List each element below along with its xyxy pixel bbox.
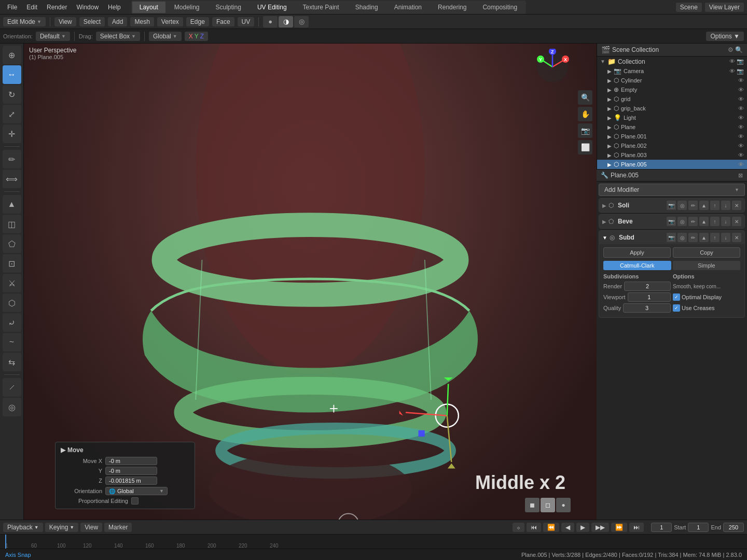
tab-uv-editing[interactable]: UV Editing	[250, 2, 295, 13]
current-frame-input[interactable]: 1	[651, 523, 672, 532]
eye-icon-plane[interactable]: 👁	[738, 124, 744, 130]
outliner-empty[interactable]: ▶ ⊕ Empty 👁	[597, 85, 747, 94]
prev-frame-btn[interactable]: ◀	[561, 523, 574, 532]
edge-slide-tool[interactable]: ⇆	[3, 353, 21, 371]
eye-icon-plane002[interactable]: 👁	[738, 143, 744, 149]
outliner-light[interactable]: ▶ 💡 Light 👁	[597, 113, 747, 122]
beve-up-icon[interactable]: ↑	[710, 217, 720, 226]
prev-keyframe-btn[interactable]: ⏮	[527, 523, 541, 532]
subd-close-icon[interactable]: ✕	[732, 233, 741, 242]
to-sphere-tool[interactable]: ◎	[3, 398, 21, 416]
pan-btn[interactable]: ✋	[578, 107, 592, 121]
simple-tab[interactable]: Simple	[673, 261, 741, 270]
soli-vertex-icon[interactable]: ▲	[699, 201, 709, 210]
subd-down-icon[interactable]: ↓	[721, 233, 730, 242]
optimal-display-checkbox[interactable]: ✓	[673, 293, 680, 301]
move-y-value[interactable]: -0 m	[105, 467, 157, 475]
timeline-ruler[interactable]: 1 60 100 120 140 160 180 200 220 240	[0, 534, 747, 549]
eye-icon-cam[interactable]: 👁	[729, 68, 735, 75]
subd-vertex-icon[interactable]: ▲	[699, 233, 709, 242]
uv-menu[interactable]: UV	[238, 17, 255, 26]
start-frame-input[interactable]: 1	[688, 523, 709, 532]
render-icon-cam[interactable]: 📷	[737, 68, 744, 75]
menu-edit[interactable]: Edit	[22, 3, 42, 12]
select-box-selector[interactable]: Select Box ▼	[96, 32, 140, 41]
eye-icon-light[interactable]: 👁	[738, 115, 744, 121]
beve-close-icon[interactable]: ✕	[732, 217, 741, 226]
soli-render-icon[interactable]: ◎	[677, 201, 687, 210]
xyz-btn[interactable]: X Y Z	[185, 32, 208, 41]
next-frame-btn[interactable]: ▶▶	[591, 523, 609, 532]
render-btn[interactable]: ⬜	[578, 140, 592, 155]
tab-modeling[interactable]: Modeling	[167, 2, 208, 13]
soli-down-icon[interactable]: ↓	[721, 201, 730, 210]
keyframe-btn[interactable]: ⬦	[513, 523, 524, 532]
orient-dropdown[interactable]: 🌐 Global ▼	[105, 487, 168, 495]
bevel-tool[interactable]: ⬠	[3, 234, 21, 253]
eye-icon-empty[interactable]: 👁	[738, 87, 744, 93]
tab-compositing[interactable]: Compositing	[475, 2, 525, 13]
view-menu-timeline[interactable]: View	[80, 523, 102, 532]
solid-shading-btn[interactable]: ●	[263, 16, 278, 27]
soli-camera-icon[interactable]: 📷	[667, 201, 676, 210]
outliner-grid[interactable]: ▶ ⬡ grid 👁	[597, 94, 747, 104]
timeline-playhead[interactable]	[5, 535, 6, 549]
play-btn[interactable]: ▶	[576, 523, 589, 532]
soli-edit-icon[interactable]: ✏	[688, 201, 698, 210]
eye-icon-plane005[interactable]: 👁	[738, 161, 744, 167]
soli-expand-icon[interactable]: ▶	[602, 203, 606, 208]
shading-material-bottom[interactable]: ◻	[541, 498, 555, 512]
menu-window[interactable]: Window	[72, 3, 103, 12]
global-selector[interactable]: Global ▼	[149, 32, 182, 41]
select-menu[interactable]: Select	[79, 17, 105, 26]
shading-rendered-bottom[interactable]: ●	[556, 498, 571, 512]
outliner-search-icon[interactable]: 🔍	[735, 46, 743, 53]
eye-icon-cyl[interactable]: 👁	[738, 77, 744, 83]
beve-camera-icon[interactable]: 📷	[667, 217, 676, 226]
eye-icon-grid[interactable]: 👁	[738, 96, 744, 102]
measure-tool[interactable]: ⟺	[3, 170, 21, 188]
tab-texture-paint[interactable]: Texture Paint	[296, 2, 347, 13]
outliner-plane[interactable]: ▶ ⬡ Plane 👁	[597, 122, 747, 132]
extrude-tool[interactable]: ▲	[3, 195, 21, 214]
inset-tool[interactable]: ◫	[3, 215, 21, 233]
view-menu[interactable]: View	[54, 17, 76, 26]
edit-mode-selector[interactable]: Edit Mode ▼	[3, 17, 46, 26]
outliner-camera[interactable]: ▶ 📷 Camera 👁 📷	[597, 66, 747, 76]
soli-up-icon[interactable]: ↑	[710, 201, 720, 210]
step-back-btn[interactable]: ⏪	[543, 523, 559, 532]
transform-tool[interactable]: ✛	[3, 124, 21, 143]
subd-edit-icon[interactable]: ✏	[688, 233, 698, 242]
keying-menu[interactable]: Keying▼	[45, 523, 79, 532]
props-expand-icon[interactable]: ⊠	[738, 172, 743, 179]
add-modifier-btn[interactable]: Add Modifier ▼	[599, 184, 745, 196]
cursor-tool[interactable]: ⊕	[3, 46, 21, 64]
next-keyframe-btn[interactable]: ⏭	[629, 523, 644, 532]
move-tool[interactable]: ↔	[3, 65, 21, 84]
poly-build-tool[interactable]: ⬡	[3, 293, 21, 312]
eye-icon-plane003[interactable]: 👁	[738, 152, 744, 158]
options-btn[interactable]: Options ▼	[706, 32, 744, 41]
orientation-selector[interactable]: Default ▼	[36, 32, 70, 41]
playback-menu[interactable]: Playback▼	[3, 523, 43, 532]
menu-render[interactable]: Render	[43, 3, 71, 12]
use-creases-checkbox[interactable]: ✓	[673, 304, 680, 312]
marker-menu[interactable]: Marker	[104, 523, 132, 532]
prop-edit-checkbox[interactable]	[131, 497, 139, 505]
scene-selector[interactable]: Scene	[676, 3, 702, 12]
render-subdiv-value[interactable]: 2	[624, 282, 671, 291]
subd-render-icon[interactable]: ◎	[677, 233, 687, 242]
outliner-grip-back[interactable]: ▶ ⬡ grip_back 👁	[597, 104, 747, 113]
vertex-menu[interactable]: Vertex	[157, 17, 183, 26]
subd-up-icon[interactable]: ↑	[710, 233, 720, 242]
end-frame-input[interactable]: 250	[723, 523, 744, 532]
viewport-subdiv-value[interactable]: 1	[628, 292, 671, 302]
subd-copy-btn[interactable]: Copy	[673, 247, 740, 258]
catmull-clark-tab[interactable]: Catmull-Clark	[603, 261, 671, 270]
beve-render-icon[interactable]: ◎	[677, 217, 687, 226]
move-x-value[interactable]: -0 m	[105, 457, 157, 465]
tab-shading[interactable]: Shading	[348, 2, 386, 13]
viewlayer-selector[interactable]: View Layer	[705, 3, 744, 12]
render-icon[interactable]: 📷	[737, 58, 744, 65]
eye-icon-gripback[interactable]: 👁	[738, 105, 744, 111]
